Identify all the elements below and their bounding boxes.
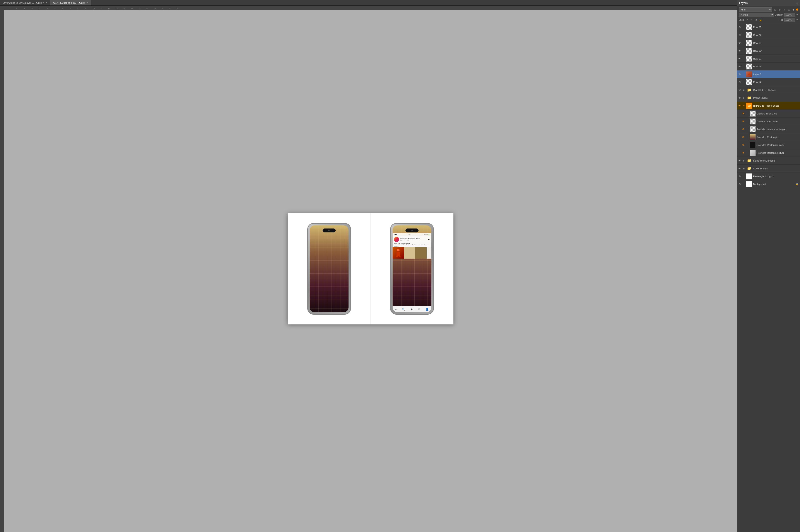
layer-item-rounded-rect-silver[interactable]: 👁 Rounded Rectangle silver	[737, 149, 800, 157]
layer-visibility-right-phone-shape[interactable]: 👁	[738, 104, 742, 107]
layer-thumb-row1c	[746, 56, 752, 62]
layer-visibility-camera-outer[interactable]: 👁	[741, 120, 745, 123]
layer-thumb-cover-photos: 📁	[746, 166, 752, 172]
layer-item-row1a[interactable]: 👁 Row 1A	[737, 78, 800, 86]
layer-visibility-background[interactable]: 👁	[738, 183, 742, 186]
layer-expand-cover-photos[interactable]: ▶	[743, 168, 745, 170]
layer-expand-right-phone-shape[interactable]: ▼	[743, 104, 745, 107]
layer-visibility-rounded-camera-rect[interactable]: 👁	[741, 128, 745, 131]
layer-name-rect-copy-2: Rectangle 1 copy 2	[753, 175, 798, 178]
layer-visibility-cover-photos[interactable]: 👁	[738, 167, 742, 170]
ig-add-icon[interactable]: ⊕	[410, 308, 413, 311]
layer-item-row1b[interactable]: 👁 Row 1B	[737, 62, 800, 71]
layer-name-row1e: Row 1E	[753, 42, 798, 44]
lock-move-btn[interactable]: ⊕	[755, 18, 758, 22]
layer-item-phone-shape[interactable]: 👁 ▶ 📁 Phone Shape	[737, 94, 800, 102]
layer-expand-phone-shape[interactable]: ▶	[743, 97, 745, 99]
layer-item-background[interactable]: 👁 Background 🔒	[737, 180, 800, 188]
right-phone-screen: ●●●● 9:41 ▲▼ WiFi 🔋 Maple_Glen_Elementar…	[393, 225, 431, 312]
layer-name-camera-inner: Camera inner circle	[757, 112, 798, 115]
layer-item-camera-outer[interactable]: 👁 Camera outer circle	[737, 117, 800, 126]
ig-stats: 539 64 1,006	[400, 240, 427, 241]
layer-visibility-row2b[interactable]: 👁	[738, 26, 742, 29]
layer-item-right-ig-buttons[interactable]: 👁 ▶ 📁 Right Side IG Buttons	[737, 86, 800, 94]
left-phone-screen	[310, 225, 349, 312]
layer-visibility-rounded-rect-silver[interactable]: 👁	[741, 151, 745, 154]
filter-text-btn[interactable]: T	[782, 7, 786, 12]
layer-lock-background: 🔒	[796, 183, 798, 185]
lock-paint-btn[interactable]: ✏	[750, 18, 754, 22]
ig-search-icon[interactable]: 🔍	[402, 308, 405, 311]
layers-expand-icon[interactable]: ☰	[796, 1, 798, 4]
opacity-arrow[interactable]: ▼	[796, 14, 798, 16]
blending-mode-dropdown[interactable]: Normal	[739, 13, 774, 17]
layer-visibility-row1a[interactable]: 👁	[738, 81, 742, 84]
filter-adj-btn[interactable]: ◈	[778, 7, 782, 12]
layer-visibility-row1b[interactable]: 👁	[738, 65, 742, 68]
layer-visibility-phone-shape[interactable]: 👁	[738, 96, 742, 99]
svg-point-0	[397, 249, 399, 251]
ig-options[interactable]: •••	[428, 238, 430, 241]
layer-visibility-right-ig-buttons[interactable]: 👁	[738, 89, 742, 92]
layer-item-right-phone-shape[interactable]: 👁 ▼ 📂 Right Side Phone Shape	[737, 102, 800, 110]
layer-visibility-layer6[interactable]: 👁	[738, 73, 742, 76]
layer-visibility-rounded-rect-black[interactable]: 👁	[741, 144, 745, 147]
layer-item-spine-year[interactable]: 👁 ▶ 📁 Spine Year Elements	[737, 157, 800, 165]
lock-transparent-btn[interactable]: ◻	[746, 18, 749, 22]
layer-item-row1e[interactable]: 👁 Row 1E	[737, 39, 800, 47]
tab-bar: Layer 2.psd @ 50% (Layer 6, RGB/8) * ✕ 7…	[0, 0, 737, 6]
layer-item-rounded-rect-1[interactable]: 👁 Rounded Rectangle 1	[737, 133, 800, 141]
filter-smart-btn[interactable]: ◉	[792, 7, 796, 12]
ig-heart-icon[interactable]: ♡	[418, 308, 420, 311]
layer-visibility-row1e[interactable]: 👁	[738, 41, 742, 44]
fill-section: Fill: ▼	[780, 18, 798, 22]
fill-arrow[interactable]: ▼	[796, 19, 798, 21]
layer-visibility-row1d[interactable]: 👁	[738, 49, 742, 52]
layer-thumb-rect-copy-2	[746, 173, 752, 179]
tab-layer2[interactable]: Layer 2.psd @ 50% (Layer 6, RGB/8) * ✕	[0, 0, 50, 5]
ig-avatar	[394, 237, 399, 242]
layer-name-rounded-camera-rect: Rounded camera rectangle	[757, 128, 798, 131]
layer-thumb-rounded-rect-black	[750, 142, 756, 148]
layer-item-layer6[interactable]: 👁 Layer 6	[737, 71, 800, 78]
layer-name-row1c: Row 1C	[753, 57, 798, 60]
layer-expand-right-ig-buttons[interactable]: ▶	[743, 89, 745, 91]
layer-name-rounded-rect-silver: Rounded Rectangle silver	[757, 152, 798, 154]
layer-item-rounded-rect-black[interactable]: 👁 Rounded Rectangle black	[737, 141, 800, 149]
ig-status-bar: ●●●● 9:41 ▲▼ WiFi 🔋	[393, 233, 431, 236]
layers-panel: Layers ☰ Kind ◻ ◈ T ☰ ◉ Normal Opacity	[737, 0, 800, 532]
layer-visibility-row1c[interactable]: 👁	[738, 57, 742, 60]
ig-profile-icon[interactable]: 👤	[426, 308, 429, 311]
layer-item-row2a[interactable]: 👁 Row 2A	[737, 31, 800, 39]
layer-visibility-rounded-rect-1[interactable]: 👁	[741, 136, 745, 139]
layer-item-row2b[interactable]: 👁 Row 2B	[737, 23, 800, 31]
tab-photo[interactable]: 761A4393.jpg @ 50% (RGB/8) ✕	[50, 0, 91, 5]
filter-pixel-btn[interactable]: ◻	[773, 7, 777, 12]
ig-bottom-nav[interactable]: ⌂ 🔍 ⊕ ♡ 👤	[393, 306, 431, 312]
filter-active-dot	[796, 8, 798, 11]
layer-visibility-rect-copy-2[interactable]: 👁	[738, 175, 742, 178]
layer-visibility-spine-year[interactable]: 👁	[738, 159, 742, 162]
ig-header: Maple_Glen_Elementary_School 539 64 1,00…	[393, 236, 431, 243]
layer-expand-spine-year[interactable]: ▶	[743, 159, 745, 162]
filter-shape-btn[interactable]: ☰	[787, 7, 791, 12]
tab-photo-close[interactable]: ✕	[87, 1, 89, 4]
layer-item-rect-copy-2[interactable]: 👁 Rectangle 1 copy 2	[737, 172, 800, 180]
lock-all-btn[interactable]: 🔒	[759, 18, 762, 22]
layer-visibility-row2a[interactable]: 👁	[738, 34, 742, 37]
filter-kind-dropdown[interactable]: Kind	[739, 7, 772, 12]
layer-visibility-camera-inner[interactable]: 👁	[741, 112, 745, 115]
tab-layer2-close[interactable]: ✕	[45, 1, 47, 4]
layer-item-row1c[interactable]: 👁 Row 1C	[737, 55, 800, 62]
layer-item-cover-photos[interactable]: 👁 ▶ 📁 Cover Photos	[737, 165, 800, 172]
layer-item-row1d[interactable]: 👁 Row 1D	[737, 47, 800, 55]
layer-item-rounded-camera-rect[interactable]: 👁 Rounded camera rectangle	[737, 126, 800, 133]
opacity-input[interactable]	[784, 13, 795, 17]
tab-photo-label: 761A4393.jpg @ 50% (RGB/8)	[53, 1, 86, 4]
layer-thumb-rounded-camera-rect	[750, 126, 756, 132]
layer-thumb-phone-shape: 📁	[746, 95, 752, 101]
fill-input[interactable]	[784, 18, 795, 22]
ig-home-icon[interactable]: ⌂	[395, 308, 397, 311]
svg-rect-3	[399, 256, 401, 257]
layer-item-camera-inner[interactable]: 👁 Camera inner circle	[737, 110, 800, 117]
